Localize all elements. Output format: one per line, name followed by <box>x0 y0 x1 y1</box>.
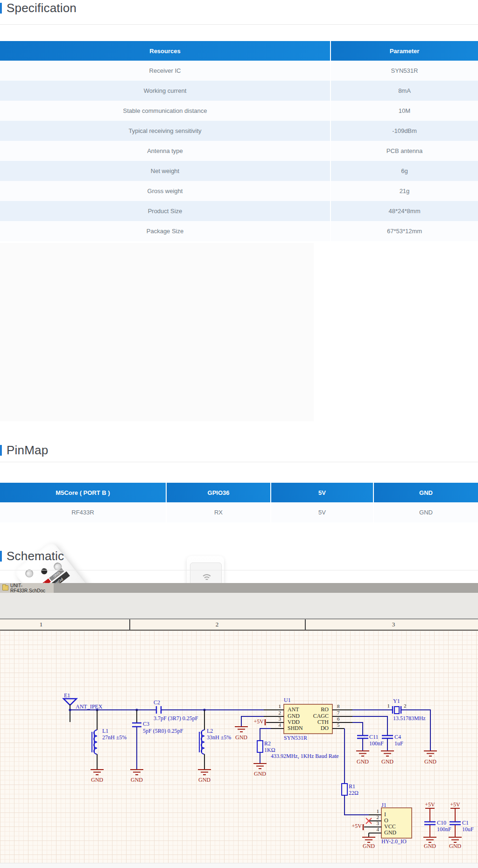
gnd-c4: GND <box>381 759 394 765</box>
c3-ref: C3 <box>143 721 149 727</box>
gnd-c3: GND <box>131 777 143 783</box>
pinmap-table-head: M5Core ( PORT B )GPIO365VGND <box>0 483 478 502</box>
table-cell: 6g <box>330 161 478 181</box>
table-cell: 48*24*8mm <box>330 201 478 221</box>
table-cell: 8mA <box>330 81 478 101</box>
ruler-zone-3: 3 <box>392 621 395 628</box>
r2-ref: R2 <box>264 741 271 747</box>
schematic-heading: Schematic <box>0 549 64 563</box>
u1-pin1-name: ANT <box>288 707 299 713</box>
c2-value: 3.7pF (3R7) 0.25pF <box>154 715 198 722</box>
l2-ref: L2 <box>207 728 213 734</box>
power-5v-c1: +5V <box>450 802 460 808</box>
heading-accent-bar <box>0 3 2 14</box>
j1-ref: J1 <box>381 802 387 808</box>
r2-symbol <box>257 741 263 752</box>
table-cell: 10M <box>330 101 478 121</box>
c11-ref: C11 <box>369 734 379 740</box>
schematic-title: Schematic <box>7 549 64 563</box>
table-cell: Package Size <box>0 221 330 241</box>
column-header: GND <box>373 483 478 502</box>
spec-table-body: Receiver ICSYN531RWorking current8mAStab… <box>0 61 478 241</box>
power-5v-j1: +5V <box>352 823 362 829</box>
c11-symbol <box>357 736 368 738</box>
document-icon <box>2 585 8 590</box>
c2-symbol <box>156 706 161 714</box>
j1-pin4-name: GND <box>384 830 396 836</box>
l1-ref: L1 <box>102 728 108 734</box>
e1-ref: E1 <box>64 693 70 699</box>
schematic-drawing <box>0 631 478 863</box>
gnd-c1: GND <box>449 843 461 849</box>
section-divider <box>0 570 478 570</box>
signal-arc-icon <box>205 579 209 583</box>
u1-pin8-num: 8 <box>337 703 340 709</box>
c3-symbol <box>132 723 141 727</box>
table-cell: Product Size <box>0 201 330 221</box>
ruler-zone-1: 1 <box>40 621 43 628</box>
table-cell: RX <box>166 502 271 522</box>
schematic-canvas[interactable]: E1ANT_IPEXC23.7pF (3R7) 0.25pFC35pF (5R0… <box>0 631 478 863</box>
table-cell: Stable communication distance <box>0 101 330 121</box>
product-photo-area: 5V GND PORT.B I/O 433.92MHz SYN531R RF43… <box>0 243 314 421</box>
table-cell: Net weight <box>0 161 330 181</box>
r1-ref: R1 <box>349 784 355 790</box>
schematic-ruler: 1 2 3 <box>0 618 478 631</box>
c4-value: 1uF <box>394 741 403 747</box>
j1-pin3-num: 3 <box>377 820 380 826</box>
c1-ref: C1 <box>462 820 469 826</box>
u1-note: 433.92MHz, 1KHz Baud Rate <box>271 753 339 759</box>
section-divider <box>0 462 478 462</box>
l2-symbol <box>199 730 204 754</box>
u1-pin5-num: 5 <box>337 722 340 728</box>
y1-ref: Y1 <box>393 698 400 704</box>
table-cell: SYN531R <box>330 61 478 81</box>
table-row: Net weight6g <box>0 161 478 181</box>
table-cell: Gross weight <box>0 181 330 201</box>
c10-symbol <box>424 822 436 825</box>
table-row: Stable communication distance10M <box>0 101 478 121</box>
schematic-bottom-strip <box>0 863 478 868</box>
gnd-u1pin2: GND <box>235 735 247 741</box>
table-cell: Antenna type <box>0 141 330 161</box>
u1-pin7-num: 7 <box>337 710 340 715</box>
button-dot <box>40 567 49 576</box>
y1-symbol <box>393 706 401 714</box>
c10-value: 100nF <box>437 826 451 833</box>
table-cell: PCB antenna <box>330 141 478 161</box>
j1-pin4-num: 4 <box>377 826 380 832</box>
table-cell: RF433R <box>0 502 166 522</box>
j1-pin2-num: 2 <box>377 814 380 820</box>
table-row: Product Size48*24*8mm <box>0 201 478 221</box>
y1-value: 13.51783MHz <box>393 715 426 722</box>
power-5v-c10: +5V <box>425 802 435 808</box>
column-header: GPIO36 <box>166 483 271 502</box>
heading-accent-bar <box>0 551 2 562</box>
schematic-document-tab[interactable]: UNIT-RF433R.SchDoc <box>0 583 54 593</box>
ruler-zone-2: 2 <box>216 621 219 628</box>
table-row: Typical receiving sensitivity-109dBm <box>0 121 478 141</box>
y1-pin2-num: 2 <box>404 703 407 708</box>
gnd-l2: GND <box>198 777 211 783</box>
antenna-net-name: ANT_IPEX <box>76 704 102 710</box>
ruler-divider <box>305 619 306 630</box>
table-row: RF433RRX5VGND <box>0 502 478 522</box>
spec-table-head: ResourcesParameter <box>0 41 478 61</box>
column-header: M5Core ( PORT B ) <box>0 483 166 502</box>
l1-symbol <box>92 730 97 754</box>
schematic-toolbar-area <box>0 593 478 618</box>
u1-pin3-num: 3 <box>279 716 281 722</box>
u1-pin2-num: 2 <box>279 710 281 715</box>
table-cell: Typical receiving sensitivity <box>0 121 330 141</box>
j1-value: HY-2.0_IO <box>381 839 407 845</box>
gnd-c10: GND <box>424 843 436 849</box>
c1-value: 10uF <box>462 826 474 833</box>
gnd-y1: GND <box>424 759 436 765</box>
gnd-c11: GND <box>357 759 369 765</box>
pinmap-table-body: RF433RRX5VGND <box>0 502 478 522</box>
column-header: 5V <box>271 483 373 502</box>
c10-ref: C10 <box>437 820 446 826</box>
antenna-symbol <box>63 699 77 705</box>
table-row: Package Size67*53*12mm <box>0 221 478 241</box>
u1-pin4-name: SHDN <box>288 725 303 731</box>
